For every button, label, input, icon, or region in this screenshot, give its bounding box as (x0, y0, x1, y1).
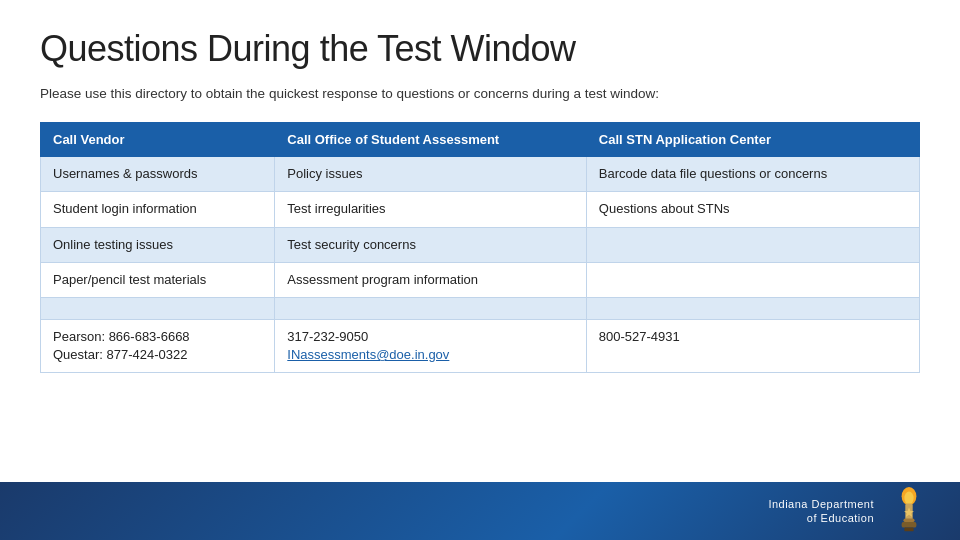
cell-vendor-2: Student login information (41, 192, 275, 227)
svg-rect-4 (902, 522, 917, 528)
footer-org-name: Indiana Department of Education (768, 497, 874, 526)
col-header-osa: Call Office of Student Assessment (275, 123, 587, 157)
cell-vendor-3: Online testing issues (41, 227, 275, 262)
cell-osa-4: Assessment program information (275, 262, 587, 297)
cell-vendor-empty (41, 298, 275, 320)
table-row-contact: Pearson: 866-683-6668Questar: 877-424-03… (41, 320, 920, 373)
cell-osa-1: Policy issues (275, 157, 587, 192)
cell-osa-contact: 317-232-9050INassessments@doe.in.gov (275, 320, 587, 373)
main-content: Questions During the Test Window Please … (0, 0, 960, 393)
col-header-stn: Call STN Application Center (586, 123, 919, 157)
svg-point-1 (904, 492, 913, 505)
footer-org-line2: of Education (768, 511, 874, 525)
cell-stn-contact: 800-527-4931 (586, 320, 919, 373)
torch-icon (888, 487, 930, 535)
cell-vendor-1: Usernames & passwords (41, 157, 275, 192)
cell-stn-empty (586, 298, 919, 320)
cell-stn-3 (586, 227, 919, 262)
cell-osa-3: Test security concerns (275, 227, 587, 262)
table-row-empty (41, 298, 920, 320)
table-row: Paper/pencil test materials Assessment p… (41, 262, 920, 297)
cell-stn-2: Questions about STNs (586, 192, 919, 227)
table-row: Student login information Test irregular… (41, 192, 920, 227)
footer-org-line1: Indiana Department (768, 497, 874, 511)
footer-bar: Indiana Department of Education (0, 482, 960, 540)
cell-stn-4 (586, 262, 919, 297)
directory-table: Call Vendor Call Office of Student Asses… (40, 122, 920, 373)
subtitle: Please use this directory to obtain the … (40, 84, 920, 104)
svg-rect-5 (904, 528, 913, 532)
table-row: Usernames & passwords Policy issues Barc… (41, 157, 920, 192)
cell-osa-2: Test irregularities (275, 192, 587, 227)
svg-rect-3 (903, 518, 914, 522)
cell-vendor-contact: Pearson: 866-683-6668Questar: 877-424-03… (41, 320, 275, 373)
cell-stn-1: Barcode data file questions or concerns (586, 157, 919, 192)
page-title: Questions During the Test Window (40, 28, 920, 70)
table-row: Online testing issues Test security conc… (41, 227, 920, 262)
cell-vendor-4: Paper/pencil test materials (41, 262, 275, 297)
cell-osa-empty (275, 298, 587, 320)
col-header-vendor: Call Vendor (41, 123, 275, 157)
email-link[interactable]: INassessments@doe.in.gov (287, 347, 449, 362)
